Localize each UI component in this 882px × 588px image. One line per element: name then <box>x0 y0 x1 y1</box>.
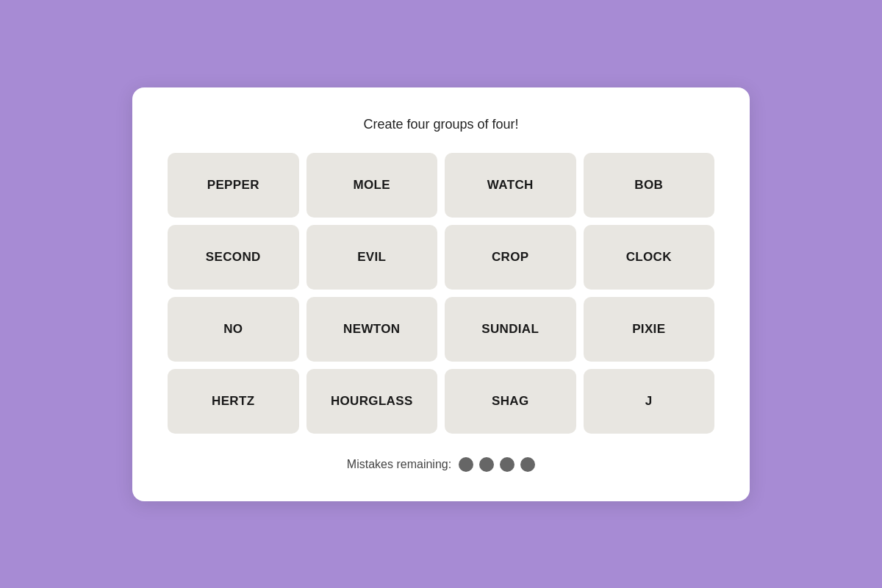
word-card-watch[interactable]: WATCH <box>445 153 576 218</box>
word-card-hourglass[interactable]: HOURGLASS <box>306 369 438 434</box>
mistake-dot-4 <box>520 457 535 472</box>
word-card-hertz[interactable]: HERTZ <box>168 369 299 434</box>
word-label: BOB <box>634 178 663 193</box>
mistake-dot-1 <box>459 457 473 472</box>
word-label: NEWTON <box>343 322 400 337</box>
word-card-second[interactable]: SECOND <box>168 225 299 290</box>
mistakes-dots <box>459 457 535 472</box>
word-card-newton[interactable]: NEWTON <box>306 297 438 362</box>
word-label: PEPPER <box>207 178 259 193</box>
word-label: J <box>645 394 653 409</box>
game-title: Create four groups of four! <box>168 117 714 132</box>
word-label: WATCH <box>487 178 534 193</box>
word-label: SHAG <box>492 394 528 409</box>
word-label: SUNDIAL <box>481 322 539 337</box>
word-card-pepper[interactable]: PEPPER <box>168 153 299 218</box>
word-card-sundial[interactable]: SUNDIAL <box>445 297 576 362</box>
word-card-mole[interactable]: MOLE <box>306 153 438 218</box>
word-label: MOLE <box>354 178 390 193</box>
word-label: PIXIE <box>632 322 665 337</box>
mistakes-row: Mistakes remaining: <box>168 457 714 472</box>
word-card-pixie[interactable]: PIXIE <box>584 297 715 362</box>
word-label: SECOND <box>206 250 261 265</box>
word-label: HOURGLASS <box>331 394 413 409</box>
word-label: CLOCK <box>626 250 672 265</box>
game-container: Create four groups of four! PEPPERMOLEWA… <box>132 87 750 501</box>
word-grid: PEPPERMOLEWATCHBOBSECONDEVILCROPCLOCKNON… <box>168 153 714 434</box>
word-card-no[interactable]: NO <box>168 297 299 362</box>
word-label: EVIL <box>357 250 386 265</box>
word-label: HERTZ <box>212 394 254 409</box>
word-card-evil[interactable]: EVIL <box>306 225 438 290</box>
mistakes-label: Mistakes remaining: <box>347 458 451 471</box>
word-card-bob[interactable]: BOB <box>584 153 715 218</box>
word-label: CROP <box>492 250 528 265</box>
word-card-crop[interactable]: CROP <box>445 225 576 290</box>
word-card-clock[interactable]: CLOCK <box>584 225 715 290</box>
word-label: NO <box>223 322 243 337</box>
word-card-shag[interactable]: SHAG <box>445 369 576 434</box>
mistake-dot-2 <box>479 457 494 472</box>
word-card-j[interactable]: J <box>584 369 715 434</box>
mistake-dot-3 <box>500 457 514 472</box>
